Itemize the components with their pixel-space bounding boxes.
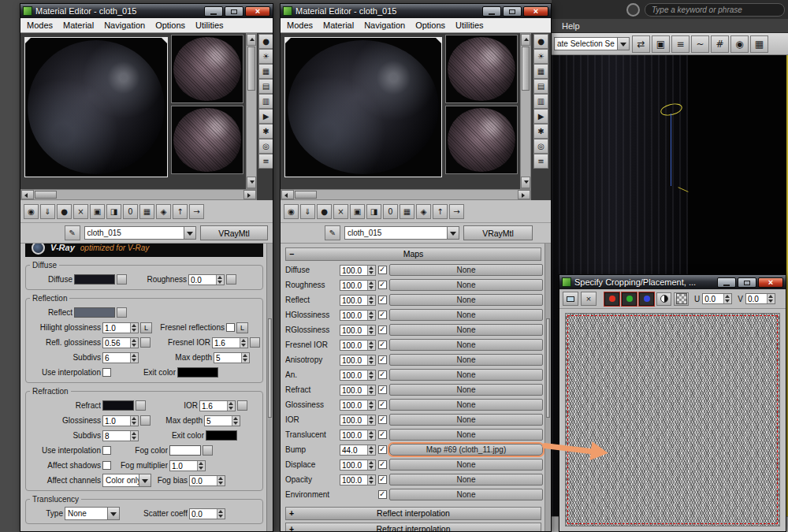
spinner-arrows[interactable]: [130, 323, 138, 333]
map-enable-checkbox[interactable]: [378, 400, 387, 409]
spinner-arrows[interactable]: [216, 275, 224, 285]
spinner-arrows[interactable]: [367, 415, 375, 425]
alpha-channel-button[interactable]: [674, 292, 689, 306]
search-input[interactable]: [645, 3, 785, 17]
reflect-map-button[interactable]: [117, 307, 127, 318]
map-amount-spinner[interactable]: 44.0: [340, 445, 376, 456]
go-to-parent-icon[interactable]: ↑: [173, 204, 188, 219]
go-forward-to-sibling-icon[interactable]: →: [449, 204, 464, 219]
fog-color-map-button[interactable]: [203, 445, 213, 456]
make-material-copy-icon[interactable]: ▣: [90, 204, 105, 219]
maximize-button[interactable]: [503, 6, 522, 17]
map-slot-button[interactable]: None: [389, 324, 543, 336]
map-slot-button[interactable]: None: [389, 354, 543, 366]
map-slot-button[interactable]: None: [389, 399, 543, 411]
subdivs-spinner[interactable]: 6: [102, 352, 139, 363]
fog-bias-spinner[interactable]: 0.0: [189, 475, 225, 486]
scroll-thumb[interactable]: [35, 191, 57, 199]
map-slot-button[interactable]: None: [389, 384, 543, 396]
maximize-button[interactable]: [225, 6, 243, 17]
spinner-arrows[interactable]: [367, 326, 375, 335]
map-amount-spinner[interactable]: 100.0: [340, 474, 376, 485]
sample-slots-vscrollbar[interactable]: [246, 33, 257, 189]
options-icon[interactable]: ✱: [533, 124, 548, 139]
show-end-result-icon[interactable]: ◈: [156, 204, 171, 219]
map-slot-button[interactable]: None: [389, 309, 543, 321]
map-amount-spinner[interactable]: 100.0: [340, 310, 376, 321]
spinner-arrows[interactable]: [367, 281, 375, 290]
make-preview-icon[interactable]: ▶: [533, 109, 548, 124]
spinner-arrows[interactable]: [241, 353, 249, 363]
named-selection-dropdown[interactable]: ate Selection Se: [554, 37, 630, 50]
sample-slots-hscrollbar[interactable]: [281, 189, 531, 200]
map-slot-button[interactable]: None: [389, 474, 543, 485]
menu-navigation[interactable]: Navigation: [104, 20, 145, 30]
map-enable-checkbox[interactable]: [378, 490, 387, 499]
scroll-right-icon[interactable]: [518, 190, 530, 199]
menu-modes[interactable]: Modes: [287, 20, 313, 30]
map-slot-button[interactable]: None: [389, 459, 543, 471]
map-enable-checkbox[interactable]: [378, 445, 387, 454]
spinner-arrows[interactable]: [130, 431, 138, 441]
map-enable-checkbox[interactable]: [378, 475, 387, 484]
options-icon[interactable]: ✱: [258, 124, 273, 139]
render-setup-icon[interactable]: ▦: [750, 35, 768, 53]
material-name-dropdown[interactable]: cloth_015: [84, 226, 197, 240]
scroll-up-icon[interactable]: [247, 34, 256, 46]
spinner-arrows[interactable]: [367, 370, 375, 380]
minimize-button[interactable]: [717, 277, 736, 288]
blue-channel-button[interactable]: [639, 292, 654, 306]
reset-map-icon[interactable]: ×: [333, 204, 348, 219]
refl-glossiness-spinner[interactable]: 0.56: [102, 337, 139, 348]
affect-shadows-checkbox[interactable]: [102, 461, 111, 470]
map-amount-spinner[interactable]: 100.0: [340, 325, 376, 336]
titlebar[interactable]: Specify Cropping/Placement, ...: [559, 275, 786, 289]
material-type-button[interactable]: VRayMtl: [200, 225, 268, 240]
map-amount-spinner[interactable]: 100.0: [340, 295, 376, 306]
pick-material-icon[interactable]: ✎: [325, 225, 340, 240]
map-slot-button[interactable]: None: [389, 414, 543, 426]
map-amount-spinner[interactable]: 100.0: [340, 355, 376, 366]
sample-type-icon[interactable]: ●: [258, 34, 273, 49]
scroll-down-icon[interactable]: [521, 177, 530, 188]
hilight-glossiness-spinner[interactable]: 1.0: [102, 322, 139, 333]
map-slot-button[interactable]: None: [389, 369, 543, 381]
map-amount-spinner[interactable]: 100.0: [340, 280, 376, 291]
use-interpolation-checkbox[interactable]: [102, 368, 111, 377]
hilight-lock-button[interactable]: L: [140, 322, 152, 333]
display-icon[interactable]: [563, 292, 578, 306]
green-channel-button[interactable]: [622, 292, 637, 306]
map-amount-spinner[interactable]: 100.0: [340, 340, 376, 351]
map-slot-button[interactable]: Map #69 (cloth_11.jpg): [389, 444, 543, 456]
background-icon[interactable]: ▦: [258, 64, 273, 79]
menu-utilities[interactable]: Utilities: [455, 20, 483, 30]
map-slot-button[interactable]: None: [389, 264, 543, 276]
spinner-arrows[interactable]: [240, 338, 247, 348]
map-enable-checkbox[interactable]: [378, 460, 387, 469]
subdivs-spinner[interactable]: 8: [102, 430, 139, 441]
spinner-arrows[interactable]: [367, 445, 375, 455]
map-enable-checkbox[interactable]: [378, 430, 387, 439]
rollout-header-refract-interpolation[interactable]: + Refract interpolation: [285, 523, 541, 531]
roughness-spinner[interactable]: 0.0: [188, 274, 225, 285]
spinner-arrows[interactable]: [367, 385, 375, 395]
select-by-material-icon[interactable]: ◎: [533, 139, 548, 154]
pick-material-icon[interactable]: ✎: [65, 225, 80, 240]
sample-slot-active[interactable]: [284, 37, 442, 177]
max-depth-spinner[interactable]: 5: [204, 415, 240, 426]
material-name-dropdown[interactable]: cloth_015: [344, 226, 459, 240]
spinner-arrows[interactable]: [130, 353, 138, 363]
close-button[interactable]: [758, 277, 783, 288]
fresnel-ior-map-button[interactable]: [250, 337, 260, 348]
curve-editor-icon[interactable]: ~: [691, 35, 709, 53]
reflect-color-swatch[interactable]: [74, 307, 115, 318]
material-id-channel-icon[interactable]: 0: [123, 204, 138, 219]
sample-slot[interactable]: [445, 106, 518, 174]
video-color-check-icon[interactable]: ▥: [258, 94, 273, 109]
map-enable-checkbox[interactable]: [378, 311, 387, 319]
infocenter-icon[interactable]: [626, 3, 640, 17]
scroll-right-icon[interactable]: [243, 190, 256, 199]
menu-modes[interactable]: Modes: [27, 20, 53, 30]
map-slot-button[interactable]: None: [389, 429, 543, 441]
put-to-library-icon[interactable]: ◨: [106, 204, 121, 219]
